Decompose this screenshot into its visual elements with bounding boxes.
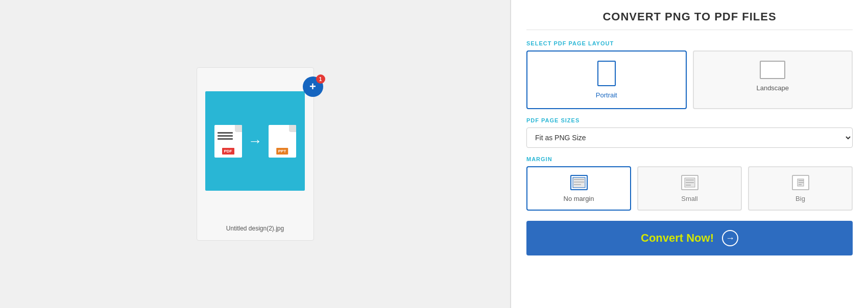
pdf-line <box>218 135 233 137</box>
ppt-label: PPT <box>276 148 288 155</box>
small-margin-icon <box>680 174 700 191</box>
add-file-button[interactable]: + 1 <box>303 76 323 97</box>
layout-section: SELECT PDF PAGE LAYOUT Portrait Landscap… <box>526 40 853 109</box>
page-size-section-label: PDF PAGE SIZES <box>526 117 853 123</box>
no-margin-icon <box>569 174 589 191</box>
right-panel: CONVERT PNG TO PDF FILES SELECT PDF PAGE… <box>511 0 868 308</box>
small-margin-label: Small <box>681 195 698 202</box>
landscape-label: Landscape <box>756 84 789 92</box>
layout-options: Portrait Landscape <box>526 50 853 109</box>
margin-small-option[interactable]: Small <box>637 166 742 211</box>
no-margin-label: No margin <box>564 195 594 202</box>
ppt-icon: PPT <box>269 125 296 158</box>
landscape-shape-icon <box>760 61 785 79</box>
left-panel: PDF → PPT Untitled design(2).jpg <box>0 0 510 308</box>
file-thumbnail: PDF → PPT <box>205 91 305 191</box>
pdf-lines <box>218 132 233 140</box>
panel-title: CONVERT PNG TO PDF FILES <box>526 10 853 30</box>
svg-rect-1 <box>573 177 585 188</box>
big-margin-icon <box>790 174 811 191</box>
layout-portrait-option[interactable]: Portrait <box>526 50 687 109</box>
thumbnail-inner: PDF → PPT <box>214 125 296 158</box>
convert-now-button[interactable]: Convert Now! → <box>526 221 853 255</box>
page-size-select[interactable]: Fit as PNG Size A4 A3 Letter Legal <box>526 127 853 148</box>
big-margin-label: Big <box>795 195 805 202</box>
portrait-label: Portrait <box>596 91 617 99</box>
margin-section: MARGIN No margin <box>526 156 853 211</box>
add-badge: 1 <box>316 74 325 84</box>
pdf-label: PDF <box>222 148 234 155</box>
convert-arrow-icon: → <box>722 230 738 246</box>
margin-section-label: MARGIN <box>526 156 853 162</box>
page-size-section: PDF PAGE SIZES Fit as PNG Size A4 A3 Let… <box>526 117 853 148</box>
file-card: PDF → PPT Untitled design(2).jpg <box>197 67 314 241</box>
pdf-line <box>218 138 233 140</box>
convert-button-text: Convert Now! <box>641 232 714 245</box>
pdf-line <box>218 132 233 134</box>
margin-no-margin-option[interactable]: No margin <box>526 166 631 211</box>
portrait-shape-icon <box>597 61 616 86</box>
layout-section-label: SELECT PDF PAGE LAYOUT <box>526 40 853 46</box>
pdf-icon: PDF <box>214 125 242 158</box>
pdf-icon-box: PDF <box>214 125 242 158</box>
conversion-arrow-icon: → <box>248 133 262 149</box>
margin-options: No margin Small <box>526 166 853 211</box>
layout-landscape-option[interactable]: Landscape <box>693 50 853 109</box>
plus-icon: + <box>309 80 316 93</box>
margin-big-option[interactable]: Big <box>748 166 853 211</box>
ppt-icon-box: PPT <box>269 125 296 158</box>
arrow-symbol: → <box>726 233 735 244</box>
file-name: Untitled design(2).jpg <box>226 225 284 232</box>
